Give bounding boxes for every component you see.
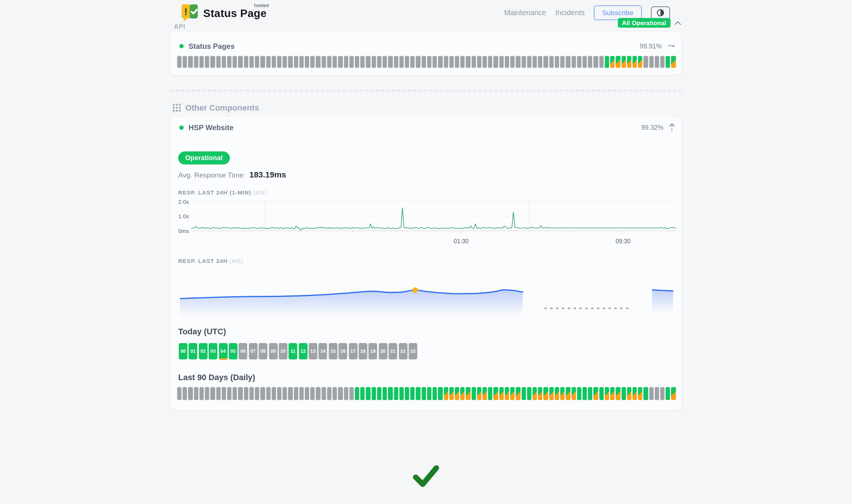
daily-uptime-bar[interactable] (211, 387, 215, 400)
daily-uptime-bar[interactable] (433, 387, 437, 400)
uptime-bar[interactable] (249, 56, 254, 68)
nav-maintenance[interactable]: Maintenance (504, 9, 546, 17)
uptime-bar[interactable] (294, 56, 298, 68)
response-line-chart[interactable]: 2.0s1.0s0ms (177, 200, 676, 237)
uptime-bar[interactable] (616, 56, 620, 68)
hour-box[interactable]: 13 (309, 343, 317, 359)
daily-uptime-bar[interactable] (477, 387, 482, 400)
uptime-bar[interactable] (449, 56, 454, 68)
uptime-bar[interactable] (505, 56, 509, 68)
hour-box[interactable]: 20 (379, 343, 387, 359)
uptime-bar[interactable] (499, 56, 504, 68)
daily-uptime-bar[interactable] (666, 387, 670, 400)
daily-uptime-bar[interactable] (255, 387, 259, 400)
uptime-bar[interactable] (422, 56, 426, 68)
daily-uptime-bar[interactable] (422, 387, 426, 400)
uptime-bar[interactable] (194, 56, 198, 68)
daily-uptime-bar[interactable] (283, 387, 287, 400)
refresh-icon[interactable] (667, 43, 675, 50)
daily-uptime-bar[interactable] (472, 387, 476, 400)
daily-uptime-bar[interactable] (549, 387, 554, 400)
uptime-bar[interactable] (188, 56, 193, 68)
daily-uptime-bar[interactable] (494, 387, 498, 400)
uptime-bar[interactable] (549, 56, 554, 68)
uptime-bar[interactable] (438, 56, 443, 68)
daily-uptime-bar[interactable] (588, 387, 593, 400)
hour-box[interactable]: 05 (229, 343, 237, 359)
uptime-bar[interactable] (555, 56, 559, 68)
uptime-bar[interactable] (427, 56, 432, 68)
daily-uptime-bar[interactable] (322, 387, 326, 400)
daily-uptime-bar[interactable] (311, 387, 315, 400)
uptime-bar[interactable] (544, 56, 548, 68)
uptime-bar[interactable] (255, 56, 259, 68)
daily-uptime-bar[interactable] (327, 387, 332, 400)
uptime-bar[interactable] (510, 56, 515, 68)
uptime-bar[interactable] (183, 56, 187, 68)
uptime-bar[interactable] (327, 56, 332, 68)
uptime-bar[interactable] (621, 56, 626, 68)
hour-box[interactable]: 17 (349, 343, 357, 359)
daily-uptime-bar[interactable] (577, 387, 581, 400)
hour-box[interactable]: 15 (329, 343, 337, 359)
uptime-bar[interactable] (222, 56, 226, 68)
uptime-bar[interactable] (216, 56, 221, 68)
uptime-bar[interactable] (355, 56, 359, 68)
uptime-bar[interactable] (599, 56, 604, 68)
uptime-bar[interactable] (644, 56, 648, 68)
daily-uptime-bar[interactable] (527, 387, 531, 400)
uptime-bar[interactable] (383, 56, 387, 68)
hour-box[interactable]: 02 (199, 343, 207, 359)
daily-uptime-bar[interactable] (266, 387, 271, 400)
daily-uptime-bar[interactable] (516, 387, 520, 400)
uptime-bar[interactable] (488, 56, 493, 68)
uptime-bar[interactable] (472, 56, 476, 68)
uptime-bar[interactable] (238, 56, 243, 68)
hour-box[interactable]: 06 (239, 343, 247, 359)
daily-uptime-bar[interactable] (299, 387, 304, 400)
daily-uptime-bar[interactable] (538, 387, 543, 400)
daily-uptime-bar[interactable] (399, 387, 404, 400)
hour-box[interactable]: 18 (359, 343, 367, 359)
uptime-bar[interactable] (433, 56, 437, 68)
uptime-bar[interactable] (666, 56, 670, 68)
daily-uptime-bar[interactable] (616, 387, 620, 400)
uptime-bar[interactable] (372, 56, 376, 68)
daily-uptime-bar[interactable] (483, 387, 487, 400)
uptime-bar[interactable] (227, 56, 232, 68)
uptime-bar[interactable] (494, 56, 498, 68)
uptime-bar[interactable] (560, 56, 565, 68)
uptime-bar[interactable] (299, 56, 304, 68)
daily-uptime-bar[interactable] (594, 387, 598, 400)
daily-uptime-bar[interactable] (610, 387, 615, 400)
uptime-bar[interactable] (261, 56, 265, 68)
hour-box[interactable]: 00 (179, 343, 187, 359)
nav-incidents[interactable]: Incidents (556, 9, 585, 17)
daily-uptime-bar[interactable] (305, 387, 309, 400)
daily-uptime-bar[interactable] (505, 387, 509, 400)
uptime-bar[interactable] (533, 56, 537, 68)
collapse-chevron-icon[interactable] (674, 20, 681, 25)
hour-box[interactable]: 01 (189, 343, 197, 359)
uptime-bar[interactable] (477, 56, 482, 68)
uptime-bar[interactable] (577, 56, 581, 68)
daily-uptime-bar[interactable] (316, 387, 321, 400)
uptime-bar[interactable] (311, 56, 315, 68)
uptime-bar[interactable] (349, 56, 354, 68)
daily-uptime-bar[interactable] (488, 387, 493, 400)
theme-toggle-button[interactable] (651, 6, 670, 19)
uptime-bar[interactable] (211, 56, 215, 68)
uptime-bar[interactable] (405, 56, 409, 68)
uptime-bar[interactable] (199, 56, 204, 68)
daily-uptime-bar[interactable] (621, 387, 626, 400)
uptime-bar[interactable] (177, 56, 182, 68)
uptime-bar[interactable] (516, 56, 520, 68)
uptime-bar[interactable] (571, 56, 576, 68)
uptime-bar[interactable] (333, 56, 337, 68)
daily-uptime-bar[interactable] (227, 387, 232, 400)
daily-uptime-bar[interactable] (660, 387, 665, 400)
daily-uptime-bar[interactable] (183, 387, 187, 400)
uptime-bar[interactable] (377, 56, 382, 68)
uptime-bar[interactable] (627, 56, 631, 68)
daily-uptime-bar[interactable] (444, 387, 448, 400)
